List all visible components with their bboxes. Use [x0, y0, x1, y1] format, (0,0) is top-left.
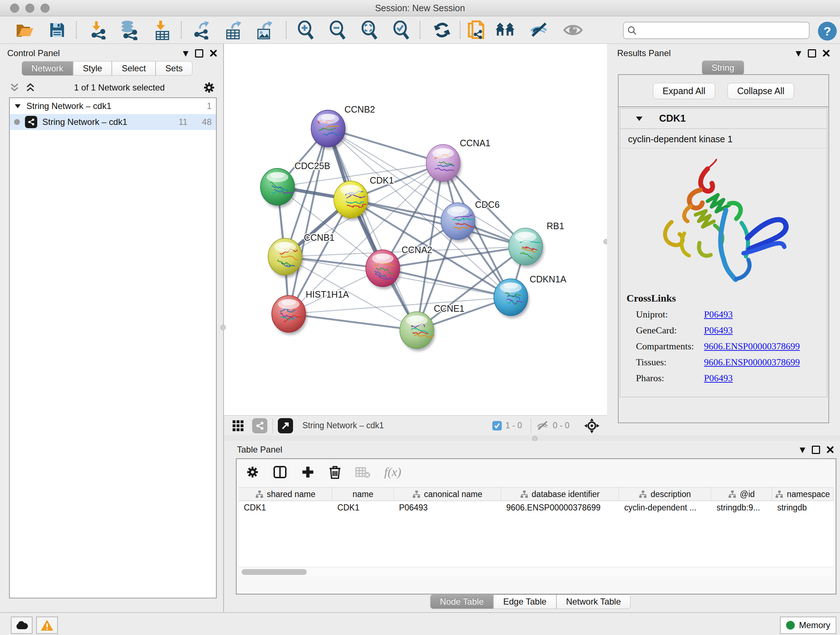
panel-close-icon[interactable]: [827, 446, 834, 453]
apply-layout-icon[interactable]: [432, 21, 452, 40]
crosslink-value-link[interactable]: P06493: [704, 325, 733, 336]
left-splitter-knob[interactable]: [220, 325, 226, 330]
first-neighbors-icon[interactable]: [495, 21, 515, 40]
export-table-icon[interactable]: [223, 21, 243, 40]
network-icon: [25, 116, 37, 128]
search-box[interactable]: [623, 22, 810, 39]
node-result-header[interactable]: CDK1: [620, 109, 827, 129]
zoom-out-icon[interactable]: [328, 21, 348, 40]
zoom-fit-icon[interactable]: [360, 21, 380, 40]
show-all-eye-icon[interactable]: [563, 21, 583, 40]
splitter-knob[interactable]: [532, 436, 538, 441]
zoom-in-icon[interactable]: [296, 21, 316, 40]
expand-all-button[interactable]: Expand All: [653, 83, 715, 99]
help-button[interactable]: ?: [818, 22, 837, 41]
scrollbar-thumb[interactable]: [242, 569, 307, 575]
panel-menu-caret-icon[interactable]: ▼: [796, 49, 801, 57]
entry-collapse-caret-icon[interactable]: [635, 116, 643, 122]
birds-eye-grid-icon[interactable]: [232, 420, 244, 432]
node-result-entry: CDK1 cyclin-dependent kinase 1: [620, 108, 827, 397]
tab-network[interactable]: Network: [22, 61, 73, 76]
panel-float-icon[interactable]: [812, 446, 820, 454]
crosslink-value-link[interactable]: P06493: [704, 309, 733, 320]
network-node-CCNA2[interactable]: [366, 250, 401, 289]
panel-menu-caret-icon[interactable]: ▼: [183, 49, 188, 57]
tab-style[interactable]: Style: [73, 61, 112, 76]
open-session-icon[interactable]: [14, 21, 35, 40]
collapse-all-networks-icon[interactable]: [9, 82, 20, 93]
column-header-description[interactable]: description: [619, 488, 711, 501]
show-columns-icon[interactable]: [273, 465, 287, 479]
cloud-status-button[interactable]: [11, 616, 33, 634]
network-node-CDK1[interactable]: [334, 181, 369, 220]
search-icon: [627, 26, 637, 35]
tab-node-table[interactable]: Node Table: [430, 594, 493, 609]
network-node-CCNE1[interactable]: [400, 312, 435, 351]
warning-icon: [41, 619, 54, 631]
clone-network-icon[interactable]: [466, 21, 486, 40]
network-edge-CCNE1-HIST1H1A[interactable]: [289, 314, 417, 330]
hide-selected-eye-icon[interactable]: [529, 21, 549, 40]
crosslink-value-link[interactable]: 9606.ENSP00000378699: [704, 341, 800, 352]
network-node-CCNA1[interactable]: [426, 144, 462, 184]
control-panel-tabs: Network Style Select Sets: [22, 61, 193, 76]
column-header--id[interactable]: @id: [711, 488, 772, 501]
tab-sets[interactable]: Sets: [156, 61, 193, 76]
warning-status-button[interactable]: [36, 616, 58, 634]
network-row[interactable]: String Network – cdk1 11 48: [10, 114, 216, 130]
table-horizontal-scrollbar[interactable]: [239, 567, 834, 577]
column-header-canonical-name[interactable]: canonical name: [394, 488, 501, 501]
network-collection-row[interactable]: String Network – cdk1 1: [10, 98, 216, 114]
create-column-plus-icon[interactable]: [301, 465, 315, 479]
open-in-window-icon[interactable]: [278, 418, 293, 433]
network-status-dot: [14, 119, 20, 125]
node-label-CCNA1: CCNA1: [460, 138, 491, 148]
table-options-gear-icon[interactable]: [246, 466, 259, 478]
protein-structure-image: [647, 154, 799, 287]
export-network-icon[interactable]: [192, 21, 212, 40]
import-network-file-icon[interactable]: [88, 21, 109, 40]
network-node-RB1[interactable]: [508, 228, 544, 268]
network-options-gear-icon[interactable]: [203, 81, 215, 94]
column-tree-icon: [256, 490, 264, 498]
tab-edge-table[interactable]: Edge Table: [493, 594, 556, 609]
collection-expand-caret-icon[interactable]: [14, 103, 21, 109]
memory-button[interactable]: Memory: [780, 616, 836, 634]
panel-close-icon[interactable]: [823, 50, 830, 57]
column-header-namespace[interactable]: namespace: [772, 488, 834, 501]
network-node-CCNB2[interactable]: [311, 110, 347, 149]
delete-column-trash-icon[interactable]: [328, 465, 341, 479]
expand-all-networks-icon[interactable]: [25, 82, 36, 93]
panel-close-icon[interactable]: [210, 50, 217, 57]
column-header-shared-name[interactable]: shared name: [239, 488, 332, 501]
network-node-CDC6[interactable]: [441, 203, 477, 242]
column-header-name[interactable]: name: [332, 488, 394, 501]
search-input[interactable]: [637, 25, 805, 35]
network-canvas[interactable]: CCNB2CCNA1CDC25BCDK1CDC6RB1CCNB1CCNA2CDK…: [224, 44, 607, 415]
zoom-selected-icon[interactable]: [392, 21, 412, 40]
selected-count-checkbox-icon[interactable]: [493, 421, 502, 431]
export-image-icon[interactable]: [254, 21, 275, 40]
network-node-CDC25B[interactable]: [261, 168, 296, 208]
center-view-crosshair-icon[interactable]: [584, 418, 600, 434]
horizontal-splitter[interactable]: [224, 435, 840, 441]
import-table-icon[interactable]: [152, 21, 172, 40]
control-panel-title: Control Panel: [7, 48, 60, 58]
panel-float-icon[interactable]: [195, 49, 203, 57]
crosslink-value-link[interactable]: P06493: [704, 373, 733, 384]
network-share-badge-icon[interactable]: [252, 418, 267, 433]
network-edge-CCNB2-CCNE1[interactable]: [328, 128, 417, 330]
collapse-all-button[interactable]: Collapse All: [728, 83, 794, 99]
column-header-database-identifier[interactable]: database identifier: [501, 488, 619, 501]
table-row[interactable]: CDK1CDK1P064939606.ENSP00000378699cyclin…: [239, 501, 834, 514]
tab-select[interactable]: Select: [112, 61, 156, 76]
network-node-CDKN1A[interactable]: [494, 279, 529, 318]
toolbar-separator: [76, 21, 77, 39]
crosslink-value-link[interactable]: 9606.ENSP00000378699: [704, 357, 800, 368]
panel-float-icon[interactable]: [808, 49, 816, 57]
tab-network-table[interactable]: Network Table: [556, 594, 631, 609]
save-session-icon[interactable]: [47, 21, 67, 40]
import-network-database-icon[interactable]: [118, 21, 139, 40]
panel-menu-caret-icon[interactable]: ▼: [800, 445, 805, 454]
tab-string[interactable]: String: [702, 60, 744, 75]
